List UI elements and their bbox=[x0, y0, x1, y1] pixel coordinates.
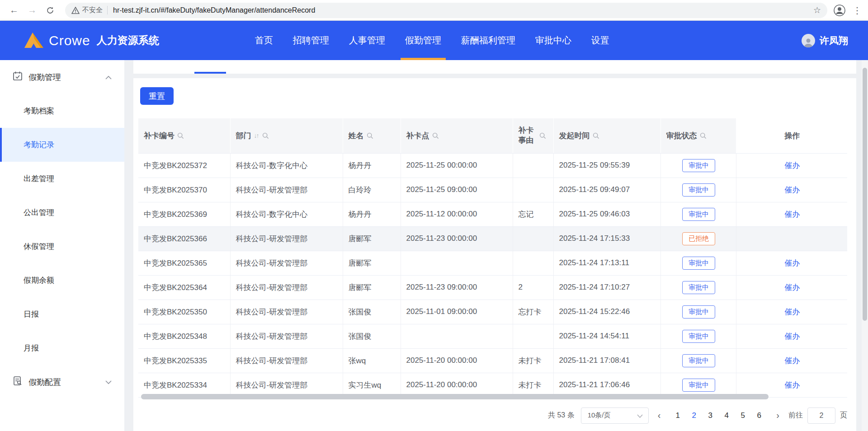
page-number[interactable]: 4 bbox=[718, 411, 735, 420]
cell-reason bbox=[513, 226, 553, 251]
search-icon[interactable] bbox=[539, 132, 546, 139]
search-icon[interactable] bbox=[367, 132, 373, 139]
search-icon[interactable] bbox=[262, 132, 269, 139]
nav-item[interactable]: 审批中心 bbox=[525, 21, 581, 60]
sidebar-group[interactable]: 假勤管理 bbox=[0, 60, 124, 94]
next-page-icon[interactable]: › bbox=[774, 410, 782, 421]
page-number[interactable]: 5 bbox=[735, 411, 751, 420]
table-header-row: 补卡编号部门↓↑姓名补卡点补卡事由发起时间审批状态操作 bbox=[138, 118, 847, 153]
column-header-content: 部门↓↑ bbox=[236, 131, 338, 141]
security-chip[interactable]: 不安全 bbox=[71, 6, 108, 14]
table-row[interactable]: 中竞发BK2025365科技公司-研发管理部唐郦军2025-11-24 17:1… bbox=[138, 251, 847, 275]
nav-item[interactable]: 首页 bbox=[245, 21, 283, 60]
page-numbers: 123456 bbox=[670, 411, 767, 420]
table-row[interactable]: 中竞发BK2025364科技公司-研发管理部唐郦军2025-11-23 09:0… bbox=[138, 275, 847, 300]
status-badge: 审批中 bbox=[682, 354, 715, 367]
cell-name: 张wq bbox=[343, 348, 401, 373]
page-scrollbar[interactable] bbox=[862, 60, 868, 431]
urge-link[interactable]: 催办 bbox=[784, 356, 800, 365]
cell-action: 催办 bbox=[736, 300, 847, 324]
cell-dept: 科技公司-数字化中心 bbox=[230, 202, 343, 226]
status-badge: 审批中 bbox=[682, 159, 715, 172]
table-row[interactable]: 中竞发BK2025350科技公司-研发管理部张国俊2025-11-01 09:0… bbox=[138, 300, 847, 324]
cell-dept: 科技公司-研发管理部 bbox=[230, 373, 343, 397]
user-avatar-icon bbox=[802, 34, 815, 47]
bookmark-star-icon[interactable]: ☆ bbox=[813, 5, 821, 15]
table-row[interactable]: 中竞发BK2025370科技公司-研发管理部白玲玲2025-11-25 09:0… bbox=[138, 178, 847, 202]
search-icon[interactable] bbox=[593, 132, 599, 139]
search-icon[interactable] bbox=[432, 132, 439, 139]
cell-name: 实习生wq bbox=[343, 373, 401, 397]
sidebar-item[interactable]: 休假管理 bbox=[0, 230, 124, 263]
urge-link[interactable]: 催办 bbox=[784, 210, 800, 219]
table-row[interactable]: 中竞发BK2025369科技公司-数字化中心杨丹丹2025-11-12 00:0… bbox=[138, 202, 847, 226]
horizontal-scrollbar[interactable] bbox=[141, 394, 769, 399]
page-number[interactable]: 3 bbox=[702, 411, 718, 420]
urge-link[interactable]: 催办 bbox=[784, 161, 800, 170]
nav-item[interactable]: 人事管理 bbox=[339, 21, 395, 60]
nav-item[interactable]: 招聘管理 bbox=[283, 21, 339, 60]
sidebar-group[interactable]: 假勤配置 bbox=[0, 365, 124, 399]
nav-item[interactable]: 薪酬福利管理 bbox=[451, 21, 525, 60]
nav-item[interactable]: 设置 bbox=[581, 21, 619, 60]
cell-id: 中竞发BK2025335 bbox=[138, 348, 230, 373]
sidebar-group-label: 假勤配置 bbox=[28, 377, 105, 388]
urge-link[interactable]: 催办 bbox=[784, 259, 800, 267]
urge-link[interactable]: 催办 bbox=[784, 381, 800, 389]
browser-back-icon[interactable]: ← bbox=[6, 3, 22, 18]
column-label: 部门 bbox=[236, 131, 251, 141]
page-scrollbar-thumb[interactable] bbox=[863, 68, 867, 321]
cell-point: 2025-11-01 09:00:00 bbox=[401, 300, 513, 324]
browser-profile-icon[interactable] bbox=[834, 5, 845, 16]
attendance-table: 补卡编号部门↓↑姓名补卡点补卡事由发起时间审批状态操作 中竞发BK2025372… bbox=[138, 118, 847, 398]
page-size-select[interactable]: 10条/页 bbox=[581, 408, 649, 424]
status-badge: 审批中 bbox=[682, 330, 715, 343]
table-body: 中竞发BK2025372科技公司-数字化中心杨丹丹2025-11-25 00:0… bbox=[138, 153, 847, 397]
urge-link[interactable]: 催办 bbox=[784, 308, 800, 316]
cell-dept: 科技公司-研发管理部 bbox=[230, 251, 343, 275]
sidebar-item[interactable]: 假期余额 bbox=[0, 263, 124, 297]
reset-button[interactable]: 重置 bbox=[140, 87, 174, 105]
prev-page-icon[interactable]: ‹ bbox=[655, 410, 664, 421]
cell-name: 唐郦军 bbox=[343, 251, 401, 275]
sidebar-item[interactable]: 考勤档案 bbox=[0, 94, 124, 128]
page-number[interactable]: 2 bbox=[686, 411, 702, 420]
nav-item[interactable]: 假勤管理 bbox=[395, 21, 451, 60]
urge-link[interactable]: 催办 bbox=[784, 186, 800, 194]
cell-status: 审批中 bbox=[660, 251, 736, 275]
sidebar-item[interactable]: 月报 bbox=[0, 331, 124, 365]
page-number[interactable]: 1 bbox=[670, 411, 686, 420]
table-row[interactable]: 中竞发BK2025334科技公司-研发管理部实习生wq2025-11-20 00… bbox=[138, 373, 847, 397]
goto-page-input[interactable] bbox=[807, 408, 835, 424]
cell-name: 张国俊 bbox=[343, 300, 401, 324]
sort-icon[interactable]: ↓↑ bbox=[254, 132, 259, 139]
table-row[interactable]: 中竞发BK2025348科技公司-研发管理部张国俊2025-11-24 14:5… bbox=[138, 324, 847, 348]
sidebar-item[interactable]: 考勤记录 bbox=[0, 128, 124, 162]
urge-link[interactable]: 催办 bbox=[784, 332, 800, 341]
table-row[interactable]: 中竞发BK2025366科技公司-研发管理部唐郦军2025-11-23 00:0… bbox=[138, 226, 847, 251]
chevron-down-icon bbox=[637, 412, 643, 419]
sidebar-item[interactable]: 日报 bbox=[0, 297, 124, 331]
page-number[interactable]: 6 bbox=[751, 411, 767, 420]
cell-name: 张国俊 bbox=[343, 324, 401, 348]
cell-name: 唐郦军 bbox=[343, 226, 401, 251]
browser-menu-icon[interactable]: ⋮ bbox=[853, 6, 862, 15]
cell-dept: 科技公司-研发管理部 bbox=[230, 348, 343, 373]
column-header-content: 姓名 bbox=[349, 131, 396, 141]
sidebar-item[interactable]: 出差管理 bbox=[0, 162, 124, 196]
table-row[interactable]: 中竞发BK2025335科技公司-研发管理部张wq2025-11-20 00:0… bbox=[138, 348, 847, 373]
search-icon[interactable] bbox=[700, 132, 707, 139]
status-badge: 审批中 bbox=[682, 379, 715, 392]
urge-link[interactable]: 催办 bbox=[784, 283, 800, 292]
browser-reload-icon[interactable] bbox=[42, 3, 58, 18]
cell-point: 2025-11-12 00:00:00 bbox=[401, 202, 513, 226]
user-menu[interactable]: 许凤翔 bbox=[802, 34, 859, 47]
column-label: 补卡点 bbox=[406, 131, 429, 141]
search-icon[interactable] bbox=[177, 132, 184, 139]
cell-status: 审批中 bbox=[660, 300, 736, 324]
url-bar[interactable]: 不安全 hr-test.zjf-it.cn/#/fakeDuty/fakeDut… bbox=[65, 3, 827, 18]
sidebar-item[interactable]: 公出管理 bbox=[0, 196, 124, 230]
active-tab-indicator bbox=[194, 72, 226, 74]
browser-forward-icon[interactable]: → bbox=[24, 3, 40, 18]
table-row[interactable]: 中竞发BK2025372科技公司-数字化中心杨丹丹2025-11-25 00:0… bbox=[138, 153, 847, 178]
